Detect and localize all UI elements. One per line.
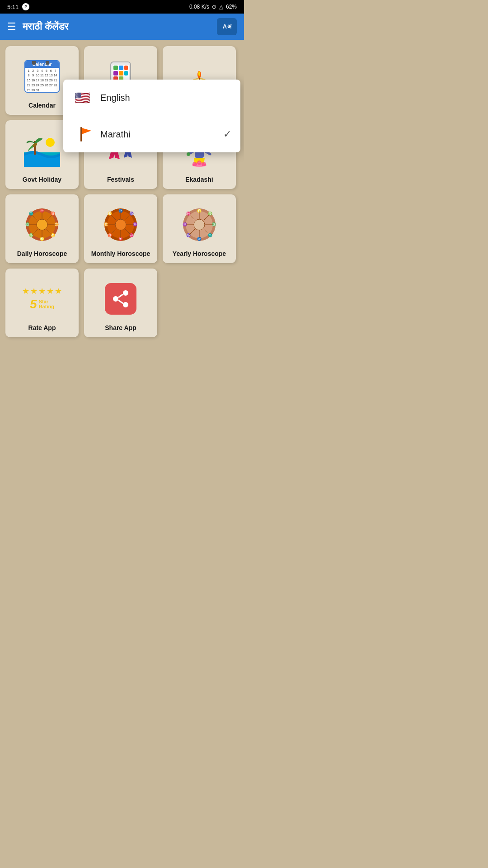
daily-horoscope-icon-area: ♈ ♉ ♊ ♋ ♌ ♍ ♎ ♏ [5, 194, 79, 250]
govt-holiday-icon [24, 134, 60, 167]
cal-ring-right [46, 60, 49, 65]
svg-text:♏: ♏ [29, 211, 33, 216]
marathi-label: Marathi [100, 129, 215, 140]
svg-rect-5 [119, 66, 123, 70]
svg-text:♉: ♉ [108, 233, 112, 237]
translate-icon: A अ [223, 23, 231, 30]
svg-point-49 [37, 219, 47, 230]
rate-app-label: Rate App [27, 324, 58, 332]
calendar-label: Calendar [27, 102, 57, 109]
svg-text:♎: ♎ [25, 222, 30, 226]
svg-rect-7 [113, 71, 118, 75]
cal-ring-left [32, 60, 36, 65]
star-3: ★ [38, 286, 46, 296]
svg-point-104 [123, 290, 128, 296]
svg-text:♒: ♒ [183, 222, 187, 226]
svg-text:♍: ♍ [29, 233, 33, 237]
english-flag-icon: 🇺🇸 [72, 88, 92, 108]
status-battery: 62% [226, 4, 237, 10]
grid-row-3: ♈ ♉ ♊ ♋ ♌ ♍ ♎ ♏ [5, 194, 239, 263]
svg-rect-4 [113, 66, 118, 70]
yearly-horoscope-icon-area: ♌ ♍ ♎ ♏ ♐ ♑ ♒ ♓ [163, 194, 236, 250]
app-title: मराठी कॅलेंडर [23, 21, 69, 33]
status-signal-icon: ⊙ [212, 4, 216, 10]
svg-text:♓: ♓ [186, 211, 191, 216]
svg-text:♑: ♑ [186, 233, 191, 237]
festivals-label: Festivals [105, 176, 136, 184]
svg-point-87 [194, 219, 205, 230]
marathi-selected-checkmark: ✓ [223, 128, 231, 140]
rate-app-tile[interactable]: ★ ★ ★ ★ ★ 5 Star Rating Rate Ap [5, 269, 79, 337]
svg-rect-6 [124, 66, 128, 70]
star-4: ★ [47, 286, 54, 296]
star-rating-icon: ★ ★ ★ ★ ★ 5 Star Rating [22, 286, 62, 311]
star-1: ★ [22, 286, 29, 296]
language-option-marathi[interactable]: Marathi ✓ [63, 116, 240, 152]
svg-text:♊: ♊ [54, 222, 59, 226]
status-app-icon: P [22, 3, 29, 10]
share-app-tile[interactable]: Share App [84, 269, 157, 337]
svg-marker-1 [82, 128, 91, 134]
svg-point-42 [187, 152, 190, 156]
daily-horoscope-tile[interactable]: ♈ ♉ ♊ ♋ ♌ ♍ ♎ ♏ [5, 194, 79, 263]
monthly-horoscope-label: Monthly Horoscope [89, 250, 152, 258]
share-icon-background [105, 283, 136, 315]
header-left: ☰ मराठी कॅलेंडर [7, 21, 69, 33]
stars-row: ★ ★ ★ ★ ★ [22, 286, 62, 296]
status-network: 0.08 K/s [189, 4, 209, 10]
svg-point-24 [34, 143, 37, 146]
monthly-horoscope-tile[interactable]: ♐ ♑ ♒ ♓ ♈ ♉ ♊ ♋ Mont [84, 194, 157, 263]
svg-text:♓: ♓ [129, 233, 134, 237]
monthly-horoscope-icon: ♐ ♑ ♒ ♓ ♈ ♉ ♊ ♋ [103, 207, 139, 243]
rating-label-row: 5 Star Rating [30, 297, 54, 311]
svg-text:♒: ♒ [133, 222, 137, 226]
status-left: 5:11 P [7, 3, 29, 10]
svg-text:♉: ♉ [51, 211, 55, 216]
svg-point-22 [46, 138, 55, 147]
svg-text:♏: ♏ [208, 233, 212, 237]
app-header: ☰ मराठी कॅलेंडर A अ [0, 14, 244, 40]
svg-text:♑: ♑ [129, 211, 134, 216]
daily-horoscope-label: Daily Horoscope [15, 250, 69, 258]
svg-text:♋: ♋ [51, 233, 55, 237]
svg-point-46 [197, 160, 202, 165]
grid-row-4: ★ ★ ★ ★ ★ 5 Star Rating Rate Ap [5, 269, 239, 337]
yearly-horoscope-icon: ♌ ♍ ♎ ♏ ♐ ♑ ♒ ♓ [181, 207, 217, 243]
svg-line-107 [118, 294, 123, 297]
svg-point-68 [115, 219, 126, 230]
share-app-icon-area [84, 269, 157, 324]
svg-text:♎: ♎ [211, 222, 216, 226]
svg-point-44 [192, 162, 197, 166]
svg-line-108 [118, 300, 123, 303]
star-5: ★ [55, 286, 62, 296]
rating-text: Rating [39, 304, 54, 309]
status-time: 5:11 [7, 4, 19, 10]
svg-rect-9 [124, 71, 128, 75]
status-signal-bars: △ [219, 4, 223, 10]
share-app-label: Share App [103, 324, 138, 332]
rating-number: 5 [30, 297, 37, 311]
svg-point-45 [202, 162, 206, 166]
english-label: English [100, 93, 231, 103]
svg-text:♍: ♍ [208, 211, 212, 216]
svg-point-105 [113, 296, 118, 302]
star-text: Star [39, 299, 54, 304]
share-icon [111, 289, 130, 308]
yearly-horoscope-label: Yearly Horoscope [171, 250, 228, 258]
svg-text:♊: ♊ [104, 222, 108, 226]
calendar-icon: Calendar 123 45678910 11121314151617 181… [24, 60, 60, 93]
svg-text:♋: ♋ [108, 211, 112, 216]
svg-rect-0 [80, 127, 82, 142]
monthly-horoscope-icon-area: ♐ ♑ ♒ ♓ ♈ ♉ ♊ ♋ [84, 194, 157, 250]
language-option-english[interactable]: 🇺🇸 English [63, 80, 240, 116]
yearly-horoscope-tile[interactable]: ♌ ♍ ♎ ♏ ♐ ♑ ♒ ♓ Year [163, 194, 236, 263]
status-bar: 5:11 P 0.08 K/s ⊙ △ 62% [0, 0, 244, 14]
cal-rings [32, 60, 49, 65]
rate-app-icon-area: ★ ★ ★ ★ ★ 5 Star Rating [5, 269, 79, 324]
hamburger-menu[interactable]: ☰ [7, 21, 16, 33]
translate-button[interactable]: A अ [217, 18, 237, 35]
language-picker[interactable]: 🇺🇸 English Marathi ✓ [63, 80, 240, 152]
govt-holiday-label: Govt Holiday [21, 176, 63, 184]
status-right: 0.08 K/s ⊙ △ 62% [189, 4, 237, 10]
svg-rect-8 [119, 71, 123, 75]
